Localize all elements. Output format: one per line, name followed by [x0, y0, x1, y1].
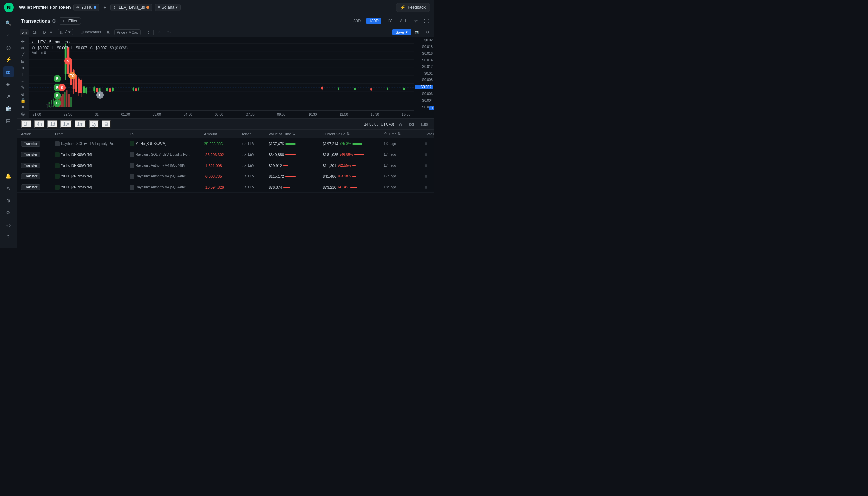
add-tab-button[interactable]: +: [102, 4, 108, 11]
sidebar-item-alert[interactable]: 🔔: [3, 171, 14, 182]
zoom-in-tool[interactable]: ⊕: [19, 92, 27, 97]
marker-buy-1[interactable]: B: [53, 75, 61, 82]
layout-button[interactable]: ⊞: [105, 29, 112, 35]
svg-rect-18: [68, 94, 69, 107]
indicators-button[interactable]: ⊞ Indicators: [79, 29, 103, 35]
th-value-at-time[interactable]: Value at Time ⇅: [269, 131, 323, 136]
row-dot-4[interactable]: [424, 186, 427, 189]
row-dot-0[interactable]: [424, 142, 427, 145]
th-details[interactable]: Details: [424, 131, 434, 136]
tf-1d-bottom[interactable]: 1d: [47, 120, 58, 128]
svg-rect-53: [135, 88, 136, 91]
tf-1m-bottom[interactable]: 1m: [75, 120, 86, 128]
percent-mode[interactable]: %: [397, 122, 404, 127]
star-button[interactable]: ☆: [413, 17, 420, 25]
fullscreen-button[interactable]: ⛶: [143, 29, 150, 35]
measure-tool[interactable]: ⊟: [19, 59, 27, 64]
time-180d-button[interactable]: 180D: [366, 18, 382, 25]
tf-4h-bottom[interactable]: 4h: [34, 120, 45, 128]
to-cell-0: Yu Hu [3RRB5W7M]: [130, 141, 204, 146]
tf-1h-button[interactable]: 1h: [31, 29, 39, 35]
curr-bar-4: [350, 187, 357, 188]
custom-range-button[interactable]: ⊟: [102, 120, 111, 128]
row-dot-1[interactable]: [424, 153, 427, 156]
auto-mode[interactable]: auto: [419, 122, 430, 127]
tf-1h-bottom[interactable]: 1h: [21, 120, 32, 128]
sidebar-item-help[interactable]: ?: [3, 232, 14, 243]
th-amount[interactable]: Amount: [204, 131, 241, 136]
sidebar-item-search[interactable]: 🔍: [3, 18, 14, 29]
flag-tool[interactable]: ⚑: [19, 105, 27, 110]
tf-1y-bottom[interactable]: 1y: [89, 120, 99, 128]
camera-button[interactable]: 📷: [413, 29, 422, 35]
filter-button[interactable]: + + Filter: [59, 17, 81, 25]
sidebar-item-edit[interactable]: ✎: [3, 183, 14, 194]
sidebar-item-trending[interactable]: ↗: [3, 91, 14, 102]
row-dot-2[interactable]: [424, 164, 427, 167]
tf-1w-bottom[interactable]: 1w: [60, 120, 71, 128]
th-from[interactable]: From: [55, 131, 130, 136]
sidebar-item-zoom[interactable]: ⊕: [3, 195, 14, 206]
action-cell-0: Transfer: [21, 141, 55, 146]
marker-sell-2[interactable]: S: [64, 57, 72, 65]
ruler-tool[interactable]: ✎: [19, 85, 27, 90]
sidebar-item-active[interactable]: ▦: [3, 66, 14, 77]
lock-tool[interactable]: 🔒: [19, 98, 27, 103]
eye-tool[interactable]: ◎: [19, 111, 27, 117]
marker-take-in[interactable]: TI: [96, 91, 104, 99]
svg-rect-37: [85, 88, 87, 93]
to-icon-2: [130, 163, 134, 168]
time-all-button[interactable]: ALL: [397, 18, 410, 25]
redo-button[interactable]: ↪: [165, 29, 173, 35]
sidebar-item-lightning[interactable]: ⚡: [3, 54, 14, 65]
pencil-tool[interactable]: ✏: [19, 45, 27, 50]
time-1y-button[interactable]: 1Y: [384, 18, 395, 25]
tf-d-button[interactable]: D: [42, 29, 48, 35]
from-icon-4: [55, 185, 60, 190]
user-pill[interactable]: ✏ Yu Hu: [73, 4, 99, 11]
token-pill[interactable]: 🏷 LEV] Levia_us: [110, 4, 152, 11]
th-current-value[interactable]: Current Value ⇅: [323, 131, 384, 136]
row-dot-3[interactable]: [424, 175, 427, 178]
th-token[interactable]: Token: [241, 131, 269, 136]
wave-tool[interactable]: ≈: [19, 65, 27, 70]
marker-buy-3[interactable]: B: [53, 92, 61, 99]
tf-5m-button[interactable]: 5m: [20, 29, 29, 35]
trendline-tool[interactable]: ╱: [19, 52, 27, 57]
sidebar-item-doc[interactable]: ▤: [3, 115, 14, 126]
sidebar-item-drops[interactable]: ◈: [3, 79, 14, 90]
crosshair-tool[interactable]: ✛: [19, 39, 27, 44]
marker-take-out[interactable]: TO: [68, 72, 76, 79]
marker-sell-1[interactable]: S: [58, 84, 66, 91]
chain-selector[interactable]: ≡ Solana ▾: [155, 4, 181, 11]
sidebar-item-chart[interactable]: ◎: [3, 42, 14, 53]
log-mode[interactable]: log: [407, 122, 416, 127]
svg-rect-61: [354, 88, 356, 90]
info-icon[interactable]: ⓘ: [52, 19, 56, 24]
th-to[interactable]: To: [130, 131, 204, 136]
time-30d-button[interactable]: 30D: [351, 18, 364, 25]
smiley-tool[interactable]: ☺: [19, 78, 27, 83]
text-tool[interactable]: T: [19, 72, 27, 77]
token-arrows-1: ↕: [241, 153, 243, 156]
candle-type-button[interactable]: ◫ ╱ ▾: [58, 29, 73, 35]
marker-buy-4[interactable]: B: [53, 99, 61, 107]
sidebar-item-bell[interactable]: ◎: [3, 219, 14, 230]
svg-rect-31: [78, 79, 80, 93]
close-value: $0.007: [96, 46, 107, 50]
token-arrows-2: ↕: [241, 164, 243, 167]
curr-bar-0: [352, 143, 363, 144]
sidebar-item-home[interactable]: ⌂: [3, 30, 14, 41]
change-value: $0 (0.00%): [110, 46, 128, 50]
expand-button[interactable]: ⛶: [422, 17, 430, 25]
feedback-button[interactable]: ⚡ Feedback: [396, 3, 430, 12]
sidebar-item-settings[interactable]: ⚙: [3, 207, 14, 218]
price-mcap-selector[interactable]: Price / MCap: [114, 29, 141, 35]
th-time[interactable]: ⏱ Time ⇅: [384, 131, 424, 136]
settings-chart-button[interactable]: ⚙: [424, 29, 431, 35]
save-button[interactable]: Save ▾: [392, 29, 411, 35]
chevron-down-tf[interactable]: ▾: [50, 30, 52, 35]
undo-button[interactable]: ↩: [156, 29, 163, 35]
th-action[interactable]: Action: [21, 131, 55, 136]
sidebar-item-bank[interactable]: 🏦: [3, 103, 14, 114]
